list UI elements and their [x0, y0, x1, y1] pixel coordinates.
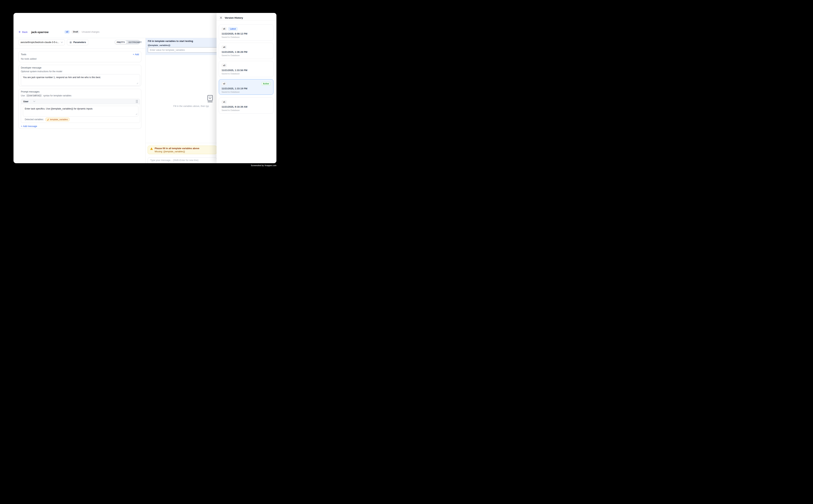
version-history-divider [217, 20, 277, 21]
close-icon[interactable] [220, 16, 222, 19]
back-label: Back [22, 31, 28, 33]
template-variables-banner: Fill in template variables to start test… [145, 38, 217, 55]
version-storage: Saved to Database [222, 109, 271, 111]
version-storage: Saved to Database [222, 73, 271, 75]
version-card-v2[interactable]: v2 Active 11/21/2025, 1:33:19 PM Saved t… [219, 79, 274, 95]
version-timestamp: 11/21/2025, 1:33:56 PM [222, 69, 271, 72]
robot-face-icon [207, 95, 213, 103]
warning-triangle-icon [150, 147, 153, 154]
prompt-messages-hint: Use {{variable}} syntax for template var… [21, 94, 139, 97]
back-arrow-icon [18, 31, 21, 33]
variable-syntax-chip: {{variable}} [26, 94, 42, 97]
version-card-v1[interactable]: v1 11/21/2025, 9:16:39 AM Saved to Datab… [219, 97, 274, 114]
role-value: User [23, 100, 28, 103]
developer-message-subtitle: Optional system instructions for the mod… [21, 70, 139, 73]
version-timestamp: 11/21/2025, 9:16:39 AM [222, 105, 271, 108]
version-history-title: Version History [225, 16, 243, 19]
template-variable-input[interactable] [148, 47, 218, 53]
version-id-chip: v2 [222, 82, 227, 85]
add-message-button[interactable]: + Add message [21, 125, 37, 128]
version-card-v4[interactable]: v4 11/21/2025, 1:36:28 PM Saved to Datab… [219, 43, 274, 59]
version-timestamp: 11/21/2025, 1:33:19 PM [222, 87, 271, 90]
format-toggle[interactable]: PRETTY DOTPROMPT [114, 40, 140, 44]
hint-suffix: syntax for template variables [43, 94, 71, 97]
toggle-option-pretty[interactable]: PRETTY [115, 40, 127, 44]
warning-detail: Missing: {{template_variables}} [155, 150, 199, 153]
watermark-text: Screenshot by Xnapper.com [251, 164, 277, 167]
drag-handle-icon[interactable] [136, 100, 138, 103]
chevron-down-icon [33, 101, 35, 102]
template-variable-label: {{template_variables}} [148, 44, 215, 46]
detected-variables-label: Detected variables: [25, 118, 44, 121]
screenshot-stage: Back jack-sparrow v2 Draft Unsaved chang… [0, 0, 288, 179]
toggle-option-dotprompt[interactable]: DOTPROMPT [127, 40, 143, 44]
parameters-label: Parameters [73, 41, 86, 44]
message-block: User Enter task specifics. Use {{templat… [21, 99, 140, 123]
page-header: Back jack-sparrow v2 Draft Unsaved chang… [18, 29, 99, 35]
toolbar-divider [13, 48, 145, 49]
version-timestamp: 11/22/2025, 6:08:12 PM [222, 32, 271, 35]
add-message-label: Add message [23, 125, 37, 128]
model-selector[interactable]: aws/anthropic/bedrock-claude-3-5-s... [18, 39, 65, 45]
empty-state-text: Fill in the variables above, then typ [173, 105, 209, 107]
message-body: Enter task specifics. Use {{template_var… [21, 104, 140, 122]
template-variable-badge[interactable]: template_variables [45, 118, 70, 121]
app-window: Back jack-sparrow v2 Draft Unsaved chang… [13, 13, 277, 163]
version-history-panel: Version History v5 Latest 11/22/2025, 6:… [217, 13, 277, 163]
chevron-down-icon [61, 42, 63, 43]
banner-title: Fill in template variables to start test… [148, 40, 215, 42]
pencil-icon [47, 119, 49, 121]
plus-icon: + [21, 125, 22, 128]
back-button[interactable]: Back [18, 31, 28, 33]
version-id-chip: v4 [222, 45, 227, 49]
version-storage: Saved to Database [222, 91, 271, 93]
model-selector-value: aws/anthropic/bedrock-claude-3-5-s... [20, 41, 60, 44]
gear-icon [69, 41, 72, 44]
warning-title: Please fill in all template variables ab… [155, 147, 199, 150]
version-storage: Saved to Database [222, 54, 271, 56]
page-title: jack-sparrow [31, 30, 49, 34]
hint-prefix: Use [21, 94, 25, 97]
tools-section: Tools + Add No tools added [18, 51, 141, 62]
warning-banner: Please fill in all template variables ab… [148, 146, 217, 154]
plus-icon: + [133, 53, 134, 56]
status-badge: Draft [71, 30, 79, 34]
tools-empty-text: No tools added [21, 58, 139, 60]
unsaved-changes-text: Unsaved changes [82, 31, 99, 33]
developer-message-input[interactable]: You are jack sparrow number 1, respond a… [21, 74, 140, 86]
developer-message-title: Developer message [21, 66, 139, 69]
prompt-messages-title: Prompt messages [21, 90, 139, 93]
version-id-chip: v1 [222, 100, 227, 104]
prompt-messages-section: Prompt messages Use {{variable}} syntax … [18, 89, 141, 129]
developer-message-section: Developer message Optional system instru… [18, 65, 141, 86]
tools-title: Tools [21, 53, 26, 56]
role-selector[interactable]: User [23, 100, 35, 103]
version-history-header: Version History [217, 13, 277, 20]
version-id-chip: v3 [222, 64, 227, 67]
version-id-chip: v5 [222, 27, 227, 31]
active-tag: Active [261, 82, 271, 85]
version-storage: Saved to Database [222, 36, 271, 38]
version-badge: v2 [64, 30, 70, 34]
version-card-v5[interactable]: v5 Latest 11/22/2025, 6:08:12 PM Saved t… [219, 24, 274, 41]
detected-variables-row: Detected variables: template_variables [23, 116, 138, 122]
parameters-button[interactable]: Parameters [67, 39, 88, 45]
version-timestamp: 11/21/2025, 1:36:28 PM [222, 51, 271, 53]
add-tool-label: Add [135, 53, 139, 56]
add-tool-button[interactable]: + Add [133, 53, 139, 56]
version-card-v3[interactable]: v3 11/21/2025, 1:33:56 PM Saved to Datab… [219, 61, 274, 77]
latest-tag: Latest [228, 27, 238, 31]
message-role-header: User [21, 99, 140, 104]
template-variable-name: template_variables [50, 118, 68, 121]
message-content-input[interactable]: Enter task specifics. Use {{template_var… [23, 106, 138, 116]
chat-message-input[interactable] [148, 157, 217, 163]
